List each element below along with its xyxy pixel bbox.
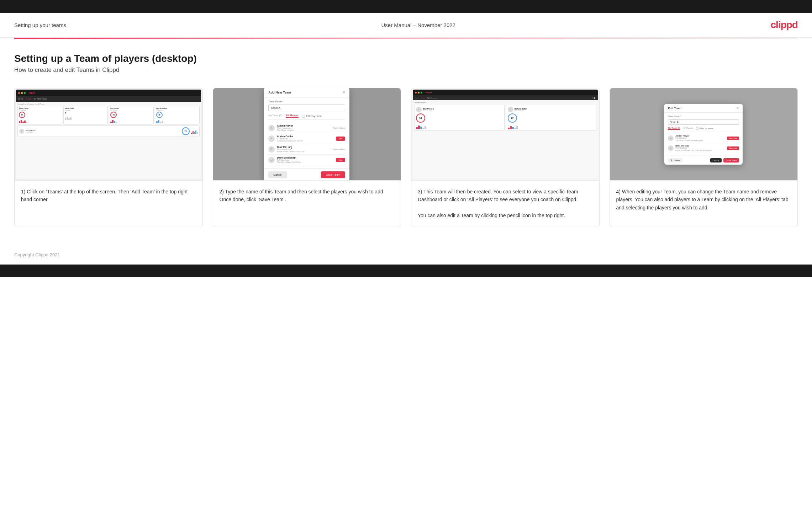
modal-body: Team Name * My Team (2) All Players Filt… [264,97,349,168]
copyright-text: Copyright Clippd 2021 [14,252,60,257]
ss3-nav-performance: My Performance [427,97,437,99]
modal4-header: Edit Team ✕ [664,104,743,113]
modal-player-name: Dave Billingham [277,156,300,159]
modal4-players-list: A Adrian Player Plus HandicapThe Shire L… [668,133,739,153]
modal4-tabs: My Team (2) All Players Filter by name [668,127,739,131]
card-3-desc-2: You can also edit a Team by clicking the… [418,213,565,218]
modal4-tab-all-players[interactable]: All Players [683,127,693,130]
ss1-player-3: Blair McHarg Plus Handicap 94 [109,106,154,124]
clippd-logo: clippd [771,19,798,31]
ss1-nav-teams: Teams [26,98,31,100]
page-subtitle: How to create and edit Teams in Clippd [14,66,798,74]
modal-add-player-button[interactable]: Add [336,137,346,141]
modal4-body: Team Name * My Team (2) All Players Filt… [664,113,743,156]
page-title: Setting up a Team of players (desktop) [14,53,798,64]
modal-header: Add New Team ✕ [264,88,349,97]
ss1-nav-home: Home [18,98,23,100]
add-team-modal: Add New Team ✕ Team Name * My Team (2) A… [264,88,349,181]
edit-team-modal: Edit Team ✕ Team Name * My Team (2) All … [664,104,743,165]
modal4-footer: 🗑 Delete Cancel Save Team [664,156,743,165]
modal4-player-avatar: B [668,145,674,151]
modal-player-name: Blair McHarg [277,146,304,148]
modal-cancel-button[interactable]: Cancel [268,171,287,178]
card-2: Add New Team ✕ Team Name * My Team (2) A… [213,88,401,227]
top-bar [0,0,812,13]
card-2-description: 2) Type the name of this Team and then s… [213,181,401,211]
modal4-team-name-label: Team Name * [668,115,739,117]
card-4: Edit Team ✕ Team Name * My Team (2) All … [610,88,798,227]
modal-player-name: Adrian Player [277,124,294,127]
modal-player-info: 5.8 HandicapThe Dog Magg Golf Club [277,159,300,163]
modal-close-icon[interactable]: ✕ [342,90,345,94]
modal-title: Add New Team [268,91,291,94]
page-content: Setting up a Team of players (desktop) H… [0,39,812,249]
ss1-player-4: Dave Billingham 5.8 Handicap 78 [155,106,200,124]
modal-player-item: A Adrian Player Plus HandicapThe Shire L… [268,123,345,133]
modal-player-item: B Blair McHarg Plus HandicapRoyal North … [268,144,345,155]
modal4-filter-checkbox[interactable] [696,127,698,130]
modal-tab-all-players[interactable]: All Players [286,114,299,118]
screenshot-1: clippd Home Teams My Performance Showing… [15,88,202,181]
modal4-cancel-button[interactable]: Cancel [710,158,722,162]
modal-footer: Cancel Save Team [264,168,349,181]
ss1-player-2: Adrian Coliba 1 Handicap 0 [63,106,108,124]
card-1: clippd Home Teams My Performance Showing… [14,88,203,227]
header-section-label: Setting up your teams [14,22,66,28]
ss1-player-1: Adrian Collins Plus Handicap 84 [17,106,62,124]
modal4-remove-button[interactable]: Remove [727,137,739,140]
ss3-nav-teams: Teams [421,97,425,99]
modal-player-avatar: D [268,157,275,163]
modal4-title: Edit Team [668,107,681,110]
modal-player-name: Adrian Coliba [277,135,303,138]
modal-tabs: My Team (2) All Players Filter by name [268,114,345,120]
screenshot-2: Add New Team ✕ Team Name * My Team (2) A… [213,88,401,181]
header-manual-title: User Manual – November 2022 [381,22,455,28]
ss1-nav-performance: My Performance [34,98,47,100]
modal-player-added-label: Player Added [333,127,346,129]
modal-player-avatar: A [268,135,275,142]
modal4-player-info: Plus HandicapThe Shire London, United Ki… [675,137,703,142]
modal-player-item: D Dave Billingham 5.8 HandicapThe Dog Ma… [268,155,345,165]
modal4-filter: Filter by name [696,127,713,130]
card-4-description: 4) When editing your Team, you can chang… [610,181,798,219]
modal-player-info: Plus HandicapRoyal North Devon Golf Club [277,148,304,153]
ss1-big-player: R Richard Butler Plus Handicap 72 [17,126,200,137]
screenshot-4: Edit Team ✕ Team Name * My Team (2) All … [610,88,798,181]
modal-filter-label: Filter by name [306,115,322,117]
header: Setting up your teams User Manual – Nove… [0,13,812,38]
modal-tab-my-team[interactable]: My Team (2) [268,114,282,118]
modal-player-item: A Adrian Coliba 1 HandicapCentral London… [268,133,345,144]
footer: Copyright Clippd 2021 [0,249,812,265]
modal4-tab-my-team[interactable]: My Team (2) [668,127,680,130]
ss3-nav-home: Home [415,97,419,99]
modal-players-list: A Adrian Player Plus HandicapThe Shire L… [268,123,345,165]
bottom-bar [0,265,812,277]
modal4-player-item: B Blair McHarg Plus HandicapRoyal North … [668,143,739,153]
modal-player-info: 1 HandicapCentral London Golf Centre [277,138,303,142]
modal-player-info: Plus HandicapThe Shire London [277,127,294,131]
cards-grid: clippd Home Teams My Performance Showing… [14,88,798,227]
modal-team-name-input[interactable] [268,105,345,111]
modal-player-avatar: A [268,125,275,131]
modal4-remove-button[interactable]: Remove [727,146,739,150]
modal4-player-avatar: A [668,135,674,141]
modal-save-team-button[interactable]: Save Team [321,171,345,178]
modal4-player-item: A Adrian Player Plus HandicapThe Shire L… [668,133,739,143]
modal-player-avatar: B [268,146,275,153]
card-3-description: 3) This Team will then be created. You c… [411,181,599,227]
modal-filter-checkbox[interactable] [302,115,305,118]
card-3-desc-1: 3) This Team will then be created. You c… [418,189,578,202]
card-3: clippd Home Teams My Performance ✎ 📋 Tea… [411,88,600,227]
modal-add-player-button[interactable]: Add [336,158,346,162]
ss3-player-richard: R Richard Butler Plus Handicap 72 [506,105,596,131]
ss3-player-blair: B Blair McHarg Plus Handicap 94 [414,105,505,131]
modal4-close-icon[interactable]: ✕ [736,106,739,110]
modal4-save-team-button[interactable]: Save Team [723,158,739,162]
modal-player-added-label: Player Added [333,148,346,150]
card-1-description: 1) Click on ‘Teams’ at the top of the sc… [15,181,202,211]
modal-team-name-label: Team Name * [268,100,345,103]
modal4-delete-button[interactable]: 🗑 Delete [668,158,682,162]
modal4-team-name-input[interactable] [668,119,739,125]
modal4-player-info: Plus HandicapRoyal North Devon Golf Club… [675,147,712,151]
screenshot-3: clippd Home Teams My Performance ✎ 📋 Tea… [411,88,599,181]
